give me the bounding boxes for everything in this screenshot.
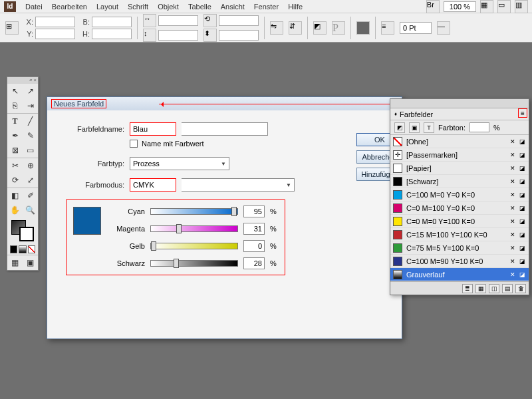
magenta-value-input[interactable] [243,223,265,235]
stroke-weight-input[interactable] [400,22,432,34]
h-input[interactable] [92,29,132,39]
menu-item[interactable]: Tabelle [188,3,211,11]
stroke-style-icon[interactable]: — [437,21,450,35]
swatch-row[interactable]: [Papier]✕◪ [390,162,529,175]
view-options-icon[interactable]: ▦ [480,0,493,13]
preview-view-icon[interactable]: ▣ [23,255,38,270]
line-tool-icon[interactable]: ╱ [23,114,38,128]
bridge-icon[interactable]: Br [426,0,440,13]
shear-icon[interactable]: ⬍ [203,29,217,42]
close-icon[interactable]: × [33,77,37,84]
panel-flyout-menu-icon[interactable]: ≡ [518,108,527,118]
apply-none-icon[interactable] [28,245,35,253]
stroke-proxy-icon[interactable]: ▣ [409,122,420,133]
color-type-select[interactable]: Prozess▼ [130,157,229,170]
rotate-input[interactable] [219,15,259,26]
fill-stroke-swap[interactable] [7,217,38,244]
menu-item[interactable]: Fenster [254,3,279,11]
scale-y-input[interactable] [158,30,198,41]
menu-item[interactable]: Layout [96,3,118,11]
pen-tool-icon[interactable]: ✒ [7,128,23,143]
show-large-icon[interactable]: ◫ [489,284,499,293]
swatch-name-extend[interactable] [182,122,268,136]
fill-icon[interactable] [356,21,370,35]
scale-y-icon[interactable]: ↕ [143,29,156,42]
flip-v-icon[interactable]: ⇵ [289,21,302,35]
w-input[interactable] [92,17,132,27]
scissors-tool-icon[interactable]: ✂ [7,158,23,173]
show-list-icon[interactable]: ≣ [462,284,473,293]
flip-h-icon[interactable]: ⇋ [270,21,283,35]
black-slider[interactable] [150,260,238,267]
swatch-name-input[interactable] [130,122,176,136]
menu-item[interactable]: Objekt [158,3,179,11]
rectangle-tool-icon[interactable]: ▭ [23,143,38,158]
swatch-name: C=0 M=0 Y=100 K=0 [406,217,505,225]
swatch-row[interactable]: ✛[Passermarken]✕◪ [390,148,529,162]
panel-drag-handle[interactable] [390,99,529,108]
paragraph-icon[interactable]: P [332,21,345,35]
fill-proxy-icon[interactable]: ◩ [394,122,405,133]
x-input[interactable] [35,17,75,27]
rotate-icon[interactable]: ⟲ [203,14,217,27]
menu-item[interactable]: Schrift [128,3,148,11]
shear-input[interactable] [219,30,259,41]
rotate-tool-icon[interactable]: ⟳ [7,173,23,188]
menu-item[interactable]: Datei [25,3,43,11]
corner-options-icon[interactable]: ◩ [313,21,327,35]
scale-x-icon[interactable]: ↔ [143,14,156,27]
color-mode-icon: ◪ [518,138,526,146]
magenta-slider[interactable] [150,225,238,232]
reference-point-icon[interactable]: ⊞ [5,21,19,35]
pencil-tool-icon[interactable]: ✎ [23,128,38,143]
selection-tool-icon[interactable]: ↖ [7,84,23,98]
normal-view-icon[interactable]: ▦ [7,255,23,270]
swatch-row[interactable]: C=15 M=100 Y=100 K=0✕◪ [390,228,529,241]
screen-mode-icon[interactable]: ▭ [497,0,511,13]
tint-input[interactable] [469,122,489,132]
eyedropper-tool-icon[interactable]: ✐ [23,188,38,203]
new-swatch-icon[interactable]: ▤ [502,284,513,293]
page-tool-icon[interactable]: ⎘ [7,98,23,113]
swatch-row[interactable]: C=0 M=100 Y=0 K=0✕◪ [390,201,529,215]
cyan-slider[interactable] [150,208,238,215]
swatch-row[interactable]: Grauverlauf✕◪ [390,268,529,281]
direct-selection-tool-icon[interactable]: ↗ [23,84,38,98]
color-mode-select[interactable]: CMYK [130,178,176,192]
swatch-row[interactable]: [Schwarz]✕◪ [390,175,529,188]
yellow-slider[interactable] [150,243,238,249]
panel-tab[interactable]: ♦Farbfelder [390,108,529,120]
scale-x-input[interactable] [158,15,198,26]
formatting-text-icon[interactable]: T [424,122,434,133]
yellow-value-input[interactable] [243,240,265,252]
color-mode-select-ext[interactable]: ▼ [182,178,295,192]
collapse-icon[interactable]: « [29,77,32,84]
stroke-weight-icon[interactable]: ≡ [381,21,394,35]
gradient-tool-icon[interactable]: ◧ [7,188,23,203]
cyan-value-input[interactable] [243,205,265,217]
menu-item[interactable]: Bearbeiten [52,3,87,11]
swatch-row[interactable]: C=75 M=5 Y=100 K=0✕◪ [390,241,529,255]
transform-tool-icon[interactable]: ⊕ [23,158,38,173]
swatch-row[interactable]: C=0 M=0 Y=100 K=0✕◪ [390,215,529,228]
rectangle-frame-tool-icon[interactable]: ⊠ [7,143,23,158]
scale-tool-icon[interactable]: ⤢ [23,173,38,188]
menu-item[interactable]: Ansicht [221,3,245,11]
show-small-icon[interactable]: ▦ [475,284,486,293]
apply-color-icon[interactable] [10,245,17,253]
swatch-row[interactable]: [Ohne]✕◪ [390,135,529,148]
hand-tool-icon[interactable]: ✋ [7,203,23,217]
menu-item[interactable]: Hilfe [288,3,303,11]
swatch-row[interactable]: C=100 M=90 Y=10 K=0✕◪ [390,255,529,268]
zoom-tool-icon[interactable]: 🔍 [23,203,38,217]
gap-tool-icon[interactable]: ⇥ [23,98,38,113]
delete-swatch-icon[interactable]: 🗑 [515,284,526,293]
y-input[interactable] [35,29,75,39]
apply-gradient-icon[interactable] [19,245,26,253]
arrange-icon[interactable]: ▥ [515,0,528,13]
type-tool-icon[interactable]: T [7,114,23,128]
swatch-row[interactable]: C=100 M=0 Y=0 K=0✕◪ [390,188,529,201]
black-value-input[interactable] [243,257,265,269]
zoom-level[interactable]: 100 % [444,1,476,12]
name-with-value-checkbox[interactable] [130,140,138,148]
